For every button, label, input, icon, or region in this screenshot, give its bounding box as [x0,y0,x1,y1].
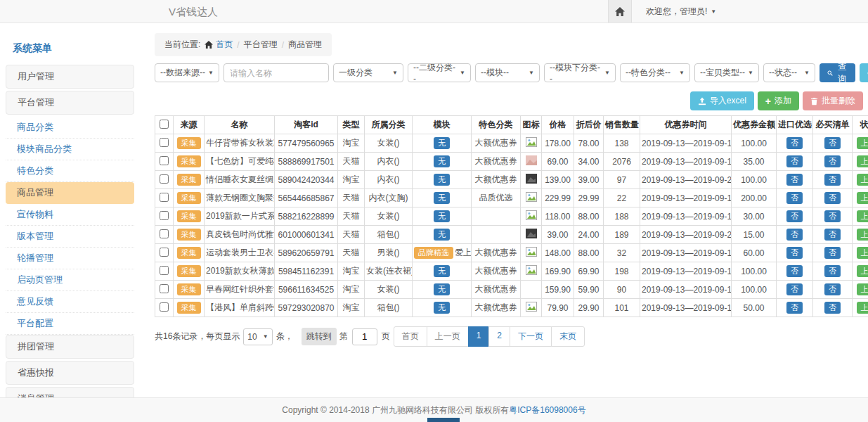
status-badge[interactable]: 上架 [857,155,868,167]
module-select[interactable]: --模块--▼ [475,63,540,82]
level2-category-select[interactable]: --二级分类--▼ [408,63,471,82]
sidebar-item-版本管理[interactable]: 版本管理 [6,226,134,248]
sidebar-item-意见反馈[interactable]: 意见反馈 [6,291,134,313]
row-checkbox[interactable] [160,174,169,184]
module-badge[interactable]: 无 [434,155,450,167]
imported-toggle-badge[interactable]: 否 [786,283,803,295]
sidebar-item-模块商品分类[interactable]: 模块商品分类 [6,139,134,160]
breadcrumb-home-link[interactable]: 首页 [205,39,233,51]
imported-toggle-badge[interactable]: 否 [786,192,803,204]
imported-toggle-badge[interactable]: 否 [786,210,803,222]
row-checkbox[interactable] [160,248,169,257]
module-badge[interactable]: 无 [434,302,450,314]
page-button-上一页[interactable]: 上一页 [427,326,469,347]
row-checkbox[interactable] [160,211,169,220]
imported-toggle-badge[interactable]: 否 [786,265,803,277]
page-button-2[interactable]: 2 [488,326,510,347]
imported-toggle-badge[interactable]: 否 [786,229,803,241]
status-badge[interactable]: 上架 [857,265,868,277]
row-checkbox[interactable] [160,138,169,147]
page-number-input[interactable] [352,328,377,345]
imported-cell: 否 [777,262,813,281]
must-buy-toggle-badge[interactable]: 否 [824,229,841,241]
status-badge[interactable]: 上架 [857,192,868,204]
sidebar-item-宣传物料[interactable]: 宣传物料 [6,204,134,226]
module-badge[interactable]: 无 [434,192,450,204]
imported-toggle-badge[interactable]: 否 [786,155,803,167]
name-input[interactable] [224,63,329,82]
coupon-amount-cell: 100.00 [732,281,777,299]
select-all-checkbox[interactable] [160,120,169,129]
item-type-select[interactable]: --宝贝类型--▼ [694,63,759,82]
status-badge[interactable]: 上架 [857,210,868,222]
row-checkbox[interactable] [160,156,169,165]
imported-toggle-badge[interactable]: 否 [786,302,803,314]
module-badge[interactable]: 品牌精选 [414,247,453,259]
status-badge[interactable]: 上架 [857,174,868,186]
sidebar-item-用户管理[interactable]: 用户管理 [6,65,134,89]
sidebar-item-轮播管理[interactable]: 轮播管理 [6,248,134,269]
status-badge[interactable]: 上架 [857,302,868,314]
must-buy-toggle-badge[interactable]: 否 [824,137,841,149]
module-badge[interactable]: 无 [434,283,450,295]
page-button-下一页[interactable]: 下一页 [510,326,552,347]
module-sub-category-select[interactable]: --模块下分类--▼ [544,63,616,82]
name-cell: 【七色纺】可爱纯棉家... [205,153,275,171]
status-badge[interactable]: 上架 [857,247,868,259]
row-checkbox[interactable] [160,266,169,275]
icp-link[interactable]: 粤ICP备16098006号 [509,404,585,416]
row-checkbox[interactable] [160,229,169,238]
module-badge[interactable]: 无 [434,265,450,277]
home-button[interactable] [608,0,632,23]
status-badge[interactable]: 上架 [857,283,868,295]
price-cell: 148.00 [542,244,574,262]
must-buy-toggle-badge[interactable]: 否 [824,265,841,277]
must-buy-toggle-badge[interactable]: 否 [824,247,841,259]
level1-category-select[interactable]: 一级分类▼ [333,63,403,82]
imported-toggle-badge[interactable]: 否 [786,174,803,186]
module-badge[interactable]: 无 [434,210,450,222]
page-button-1[interactable]: 1 [468,326,490,347]
module-badge[interactable]: 无 [434,174,450,186]
data-source-select[interactable]: --数据来源--▼ [155,63,219,82]
sidebar-item-商品管理[interactable]: 商品管理 [6,182,134,204]
sidebar-item-特色分类[interactable]: 特色分类 [6,160,134,182]
sidebar-item-商品分类[interactable]: 商品分类 [6,117,134,139]
add-button[interactable]: + 添加 [758,91,799,110]
status-select[interactable]: --状态--▼ [763,63,815,82]
imported-toggle-badge[interactable]: 否 [786,247,803,259]
search-button[interactable]: 查询 [820,63,855,82]
sidebar-item-拼团管理[interactable]: 拼团管理 [6,335,134,359]
user-menu[interactable]: 欢迎您，管理员! ▼ [646,6,716,18]
must-buy-toggle-badge[interactable]: 否 [824,192,841,204]
must-buy-toggle-badge[interactable]: 否 [824,155,841,167]
module-badge[interactable]: 无 [434,229,450,241]
must-buy-toggle-badge[interactable]: 否 [824,283,841,295]
source-badge: 采集 [177,137,201,149]
batch-delete-button[interactable]: 批量删除 [803,91,863,110]
import-excel-button[interactable]: 导入excel [690,91,754,110]
coupon-time-cell: 2019-09-13—2019-09-17 [640,262,732,281]
module-badge[interactable]: 无 [434,137,450,149]
feature-category-select[interactable]: --特色分类--▼ [620,63,690,82]
row-checkbox[interactable] [160,302,169,312]
must-buy-toggle-badge[interactable]: 否 [824,302,841,314]
row-checkbox[interactable] [160,193,169,202]
imported-toggle-badge[interactable]: 否 [786,137,803,149]
row-checkbox[interactable] [160,284,169,293]
must-buy-toggle-badge[interactable]: 否 [824,210,841,222]
page-size-select[interactable]: 10 ▼ [243,328,272,345]
icon-cell [521,207,542,226]
sidebar-item-启动页管理[interactable]: 启动页管理 [6,269,134,291]
status-badge[interactable]: 上架 [857,229,868,241]
feature-cell [472,226,521,244]
reset-button[interactable]: 重置 [860,63,868,82]
page-button-首页[interactable]: 首页 [394,326,427,347]
sidebar-item-平台配置[interactable]: 平台配置 [6,313,134,335]
page-button-末页[interactable]: 末页 [551,326,585,347]
jump-button[interactable]: 跳转到 [302,328,337,345]
sidebar-item-省惠快报[interactable]: 省惠快报 [6,361,134,385]
sidebar-item-平台管理[interactable]: 平台管理 [6,91,134,115]
status-badge[interactable]: 上架 [857,137,868,149]
must-buy-toggle-badge[interactable]: 否 [824,174,841,186]
